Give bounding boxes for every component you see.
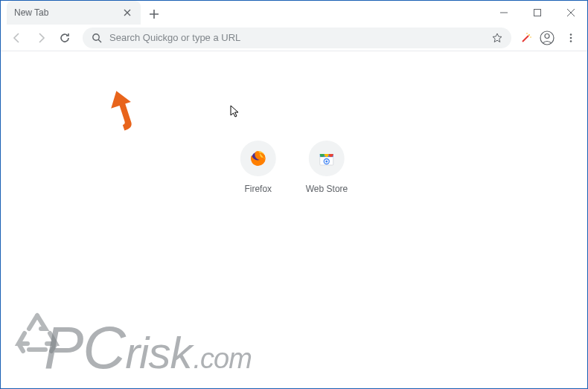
shortcut-webstore[interactable]: Web Store [306, 141, 348, 194]
shortcut-label: Firefox [244, 184, 272, 194]
maximize-button[interactable] [520, 1, 554, 25]
new-tab-page: Firefox Web Store [1, 51, 587, 388]
titlebar: New Tab [1, 1, 587, 25]
back-button[interactable] [7, 28, 28, 48]
forward-button[interactable] [31, 28, 51, 48]
firefox-icon [240, 141, 276, 176]
svg-point-8 [570, 36, 572, 39]
shortcuts-row: Firefox Web Store [240, 141, 348, 194]
minimize-button[interactable] [487, 1, 520, 25]
arrow-right-icon [35, 32, 47, 44]
svg-point-9 [570, 40, 572, 42]
tab-close-button[interactable] [121, 7, 133, 19]
close-icon [566, 8, 575, 17]
svg-point-1 [93, 33, 99, 39]
address-bar[interactable]: Search Quickgo or type a URL [83, 28, 511, 48]
reload-icon [59, 32, 71, 44]
shortcut-label: Web Store [306, 184, 348, 194]
bookmark-star-icon[interactable] [492, 33, 502, 43]
watermark-prefix: PC [44, 315, 125, 381]
minimize-icon [499, 8, 508, 17]
address-bar-placeholder: Search Quickgo or type a URL [109, 32, 485, 43]
toolbar: Search Quickgo or type a URL [1, 25, 587, 51]
user-icon [540, 30, 555, 45]
new-tab-button[interactable] [144, 4, 164, 25]
cursor-icon [230, 105, 240, 118]
svg-point-3 [526, 33, 528, 34]
webstore-icon [309, 141, 345, 176]
browser-tab[interactable]: New Tab [7, 1, 141, 25]
search-icon [92, 33, 102, 43]
maximize-icon [533, 8, 542, 17]
arrow-left-icon [11, 32, 23, 44]
svg-point-7 [570, 33, 572, 36]
tab-title: New Tab [14, 7, 121, 18]
annotation-arrow-icon [108, 89, 138, 133]
close-icon [124, 9, 131, 16]
watermark-mid: risk [125, 328, 191, 378]
extension-icon[interactable] [519, 30, 534, 45]
watermark-suffix: .com [193, 343, 251, 374]
close-window-button[interactable] [554, 1, 587, 25]
plus-icon [149, 9, 159, 19]
svg-point-2 [528, 34, 530, 36]
kebab-icon [566, 33, 576, 43]
profile-button[interactable] [537, 28, 557, 48]
svg-point-13 [325, 161, 327, 163]
window-controls [487, 1, 587, 25]
wand-icon [520, 32, 532, 44]
reload-button[interactable] [54, 28, 75, 48]
menu-button[interactable] [560, 28, 581, 48]
watermark: PCrisk.com [14, 314, 222, 382]
svg-point-4 [530, 36, 531, 38]
svg-point-6 [545, 33, 549, 38]
shortcut-firefox[interactable]: Firefox [240, 141, 276, 194]
svg-rect-0 [534, 10, 540, 16]
